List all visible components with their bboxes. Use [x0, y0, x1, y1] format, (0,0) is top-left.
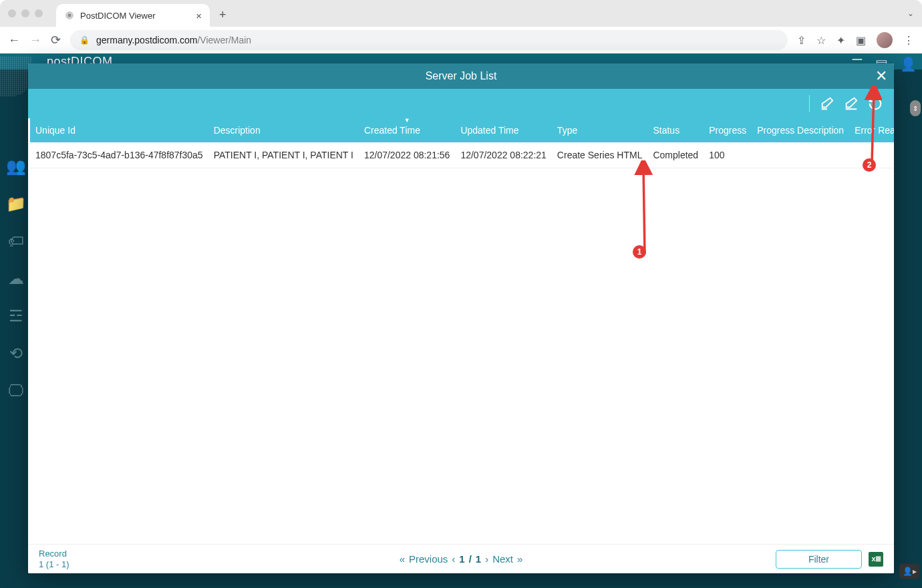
- sidebar-monitor-icon[interactable]: 🖵: [8, 382, 24, 400]
- modal-toolbar: [28, 89, 894, 118]
- tab-favicon: [64, 10, 75, 21]
- refresh-icon[interactable]: [865, 93, 886, 114]
- cell-error-reason: [849, 142, 894, 168]
- user-icon[interactable]: 👤: [900, 56, 917, 72]
- record-range: 1 (1 - 1): [39, 559, 69, 570]
- filter-button[interactable]: Filter: [776, 550, 862, 569]
- col-type[interactable]: Type: [552, 118, 648, 142]
- window-controls: PostDICOM Viewer × + ⌄: [0, 0, 922, 27]
- reload-button[interactable]: ⟳: [51, 33, 61, 47]
- cell-unique-id: 1807c5fa-73c5-4ad7-b136-47f8f87f30a5: [30, 142, 208, 168]
- browser-tab[interactable]: PostDICOM Viewer ×: [56, 4, 210, 27]
- contacts-widget-icon[interactable]: 👤▸: [899, 564, 919, 579]
- menu-icon[interactable]: ⋮: [903, 34, 914, 47]
- forward-button[interactable]: →: [29, 33, 41, 47]
- cell-description: PATIENT I, PATIENT I, PATIENT I: [208, 142, 359, 168]
- window-maximize-button[interactable]: [35, 9, 43, 17]
- toolbar-divider: [809, 95, 810, 112]
- sidebar-users-icon[interactable]: 👥: [6, 157, 26, 176]
- expand-window-icon[interactable]: ⌄: [907, 9, 914, 18]
- tab-title: PostDICOM Viewer: [80, 11, 155, 21]
- modal-header: Server Job List ✕: [28, 63, 894, 89]
- browser-chrome: PostDICOM Viewer × + ⌄ ← → ⟳ 🔒 germany.p…: [0, 0, 922, 54]
- excel-export-icon[interactable]: x≣: [869, 552, 883, 567]
- eraser-one-icon[interactable]: [816, 93, 838, 114]
- col-unique-id[interactable]: Unique Id: [30, 118, 208, 142]
- modal-footer: Record 1 (1 - 1) « Previous ‹ 1 / 1 › Ne…: [28, 544, 894, 573]
- col-progress[interactable]: Progress: [704, 118, 752, 142]
- cell-created-time: 12/07/2022 08:21:56: [359, 142, 455, 168]
- prev-icon[interactable]: ‹: [452, 553, 455, 565]
- col-created-time[interactable]: Created Time: [359, 118, 455, 142]
- page-current: 1: [459, 553, 464, 565]
- job-table: Unique Id Description Created Time Updat…: [30, 118, 894, 168]
- traffic-lights: [8, 9, 43, 17]
- url-text: germany.postdicom.com/Viewer/Main: [96, 35, 251, 45]
- next-icon[interactable]: ›: [485, 553, 488, 565]
- col-description[interactable]: Description: [208, 118, 359, 142]
- sidebar-sync-icon[interactable]: ⟲: [9, 344, 23, 363]
- cell-status: Completed: [647, 142, 704, 168]
- sidebar-tags-icon[interactable]: 🏷: [8, 232, 24, 251]
- lock-icon: 🔒: [80, 35, 90, 45]
- app-logo-pattern: [0, 56, 32, 96]
- modal-title: Server Job List: [426, 70, 497, 82]
- window-minimize-button[interactable]: [21, 9, 29, 17]
- tab-close-button[interactable]: ×: [196, 10, 202, 21]
- modal-close-button[interactable]: ✕: [875, 69, 887, 84]
- app-sidebar: 👥 📁 🏷 ☁ ☲ ⟲ 🖵: [0, 140, 32, 588]
- col-progress-desc[interactable]: Progress Description: [752, 118, 849, 142]
- eraser-all-icon[interactable]: [840, 93, 862, 114]
- url-bar[interactable]: 🔒 germany.postdicom.com/Viewer/Main: [70, 30, 788, 50]
- col-updated-time[interactable]: Updated Time: [455, 118, 551, 142]
- bookmark-icon[interactable]: ☆: [816, 34, 826, 47]
- record-info: Record 1 (1 - 1): [39, 549, 69, 569]
- table-header-row: Unique Id Description Created Time Updat…: [30, 118, 894, 142]
- new-tab-button[interactable]: +: [219, 8, 226, 22]
- footer-right: Filter x≣: [776, 550, 883, 569]
- window-close-button[interactable]: [8, 9, 16, 17]
- share-icon[interactable]: ⇪: [797, 34, 806, 47]
- back-button[interactable]: ←: [8, 33, 20, 47]
- sidebar-upload-icon[interactable]: ☁: [8, 269, 24, 288]
- first-page-button[interactable]: «: [400, 553, 405, 565]
- cell-type: Create Series HTML: [552, 142, 648, 168]
- nav-right-controls: ⇪ ☆ ✦ ▣ ⋮: [797, 32, 914, 48]
- extensions-icon[interactable]: ✦: [836, 34, 845, 47]
- col-status[interactable]: Status: [647, 118, 704, 142]
- col-error-reason[interactable]: Error Reason: [849, 118, 894, 142]
- side-widget-icon[interactable]: ⇕: [910, 100, 921, 116]
- last-page-button[interactable]: »: [517, 553, 522, 565]
- sidebar-folder-icon[interactable]: 📁: [6, 194, 26, 213]
- prev-page-button[interactable]: Previous: [409, 553, 448, 565]
- job-table-wrapper: Unique Id Description Created Time Updat…: [28, 118, 894, 544]
- cell-updated-time: 12/07/2022 08:22:21: [455, 142, 551, 168]
- record-label: Record: [39, 549, 69, 559]
- browser-nav-bar: ← → ⟳ 🔒 germany.postdicom.com/Viewer/Mai…: [0, 27, 922, 53]
- table-row[interactable]: 1807c5fa-73c5-4ad7-b136-47f8f87f30a5 PAT…: [30, 142, 894, 168]
- panel-icon[interactable]: ▣: [856, 34, 866, 47]
- sidebar-worklist-icon[interactable]: ☲: [9, 307, 23, 325]
- profile-avatar[interactable]: [877, 32, 893, 48]
- cell-progress-desc: [752, 142, 849, 168]
- next-page-button[interactable]: Next: [492, 553, 513, 565]
- server-job-list-modal: Server Job List ✕ Unique Id Description …: [28, 63, 894, 573]
- cell-progress: 100: [704, 142, 752, 168]
- page-sep: /: [469, 553, 472, 565]
- page-total: 1: [476, 553, 481, 565]
- pagination: « Previous ‹ 1 / 1 › Next »: [400, 553, 523, 565]
